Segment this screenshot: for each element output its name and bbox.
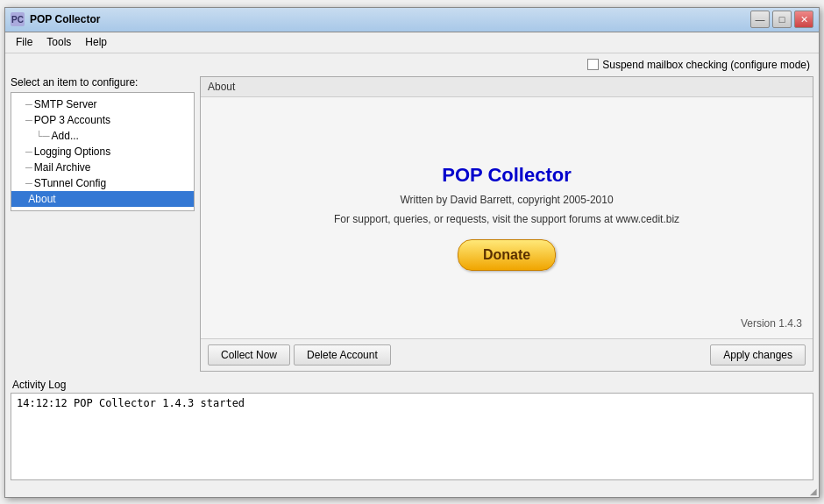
tree-prefix: ─ — [25, 115, 32, 125]
close-button[interactable]: ✕ — [794, 11, 813, 28]
main-window: PC POP Collector — □ ✕ File Tools Help S… — [4, 7, 820, 498]
sidebar-item-about[interactable]: About — [11, 191, 194, 207]
sidebar-item-logging[interactable]: ─ Logging Options — [11, 144, 194, 160]
apply-changes-button[interactable]: Apply changes — [710, 344, 806, 366]
menu-bar: File Tools Help — [5, 32, 819, 53]
maximize-button[interactable]: □ — [772, 11, 792, 28]
version-label: Version 1.4.3 — [741, 317, 802, 330]
title-bar-buttons: — □ ✕ — [750, 11, 813, 28]
donate-button[interactable]: Donate — [458, 239, 556, 271]
sidebar-item-stunnel[interactable]: ─ STunnel Config — [11, 175, 194, 191]
tree-prefix: ─ — [25, 99, 32, 110]
sidebar: ─ SMTP Server ─ POP 3 Accounts └─ Add...… — [11, 92, 195, 211]
sidebar-item-pop3[interactable]: ─ POP 3 Accounts — [11, 112, 194, 128]
main-area: Suspend mailbox checking (configure mode… — [5, 53, 819, 486]
menu-help[interactable]: Help — [78, 34, 114, 50]
window-title: POP Collector — [30, 13, 750, 25]
content-area: Select an item to configure: ─ SMTP Serv… — [11, 76, 813, 372]
about-line2: For support, queries, or requests, visit… — [334, 213, 679, 225]
suspend-label: Suspend mailbox checking (configure mode… — [602, 59, 810, 71]
sidebar-item-mail[interactable]: ─ Mail Archive — [11, 160, 194, 175]
right-panel: About POP Collector Written by David Bar… — [200, 76, 813, 372]
sidebar-wrapper: Select an item to configure: ─ SMTP Serv… — [11, 76, 195, 372]
about-header: About — [201, 77, 813, 97]
activity-label: Activity Log — [11, 379, 813, 391]
sidebar-prompt: Select an item to configure: — [11, 76, 195, 89]
tree-prefix: ─ — [25, 178, 32, 188]
activity-section: Activity Log — [11, 377, 813, 480]
about-line1: Written by David Barrett, copyright 2005… — [400, 194, 613, 206]
delete-account-button[interactable]: Delete Account — [294, 344, 391, 366]
button-row: Collect Now Delete Account Apply changes — [201, 338, 813, 371]
title-bar: PC POP Collector — □ ✕ — [5, 8, 819, 32]
menu-tools[interactable]: Tools — [39, 34, 78, 50]
tree-prefix: ─ — [25, 146, 32, 157]
suspend-row: Suspend mailbox checking (configure mode… — [11, 59, 813, 71]
resize-grip: ◢ — [5, 486, 819, 497]
app-icon: PC — [11, 12, 25, 26]
collect-now-button[interactable]: Collect Now — [208, 344, 290, 366]
sidebar-item-smtp[interactable]: ─ SMTP Server — [11, 96, 194, 112]
sidebar-item-add[interactable]: └─ Add... — [11, 128, 194, 144]
minimize-button[interactable]: — — [750, 11, 770, 28]
activity-log[interactable] — [11, 393, 813, 480]
tree-prefix: └─ — [36, 131, 50, 141]
tree-prefix: ─ — [25, 162, 32, 173]
about-content: POP Collector Written by David Barrett, … — [201, 97, 813, 338]
menu-file[interactable]: File — [9, 34, 39, 50]
suspend-checkbox[interactable] — [587, 59, 599, 70]
resize-icon: ◢ — [810, 486, 817, 496]
app-name: POP Collector — [442, 164, 572, 187]
